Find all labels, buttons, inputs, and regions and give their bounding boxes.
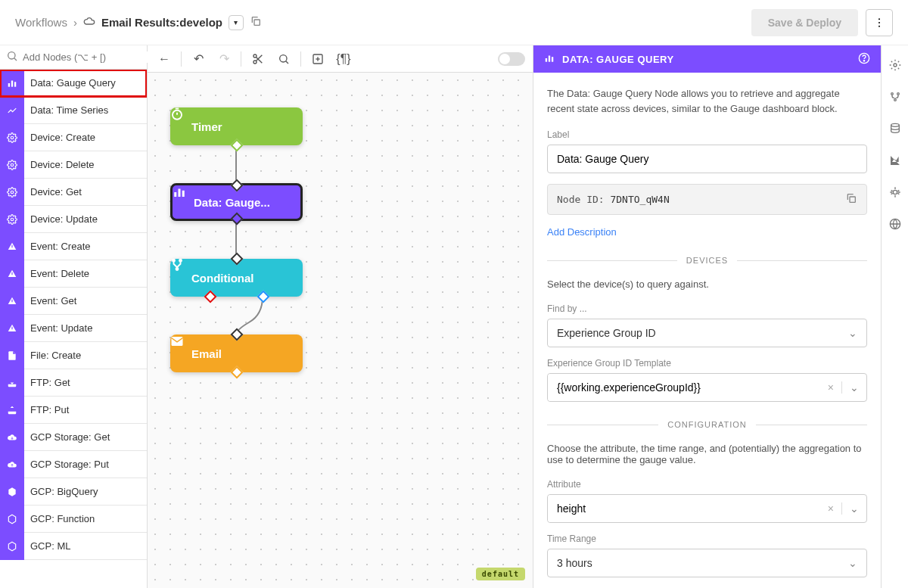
canvas-area: ← ↶ ↷: [148, 45, 533, 588]
node-timer[interactable]: Timer: [170, 107, 303, 145]
database-icon[interactable]: [889, 123, 901, 138]
node-list-item[interactable]: Device: Get: [0, 179, 147, 206]
node-email[interactable]: Email: [170, 334, 303, 372]
chevron-down-icon[interactable]: ⌄: [841, 381, 866, 394]
clear-icon[interactable]: ×: [820, 502, 841, 515]
hex-outline-icon: [0, 506, 24, 533]
panel-title: DATA: GAUGE QUERY: [562, 54, 674, 65]
area-chart-icon[interactable]: [889, 154, 901, 170]
add-node-button[interactable]: [309, 50, 327, 68]
output-port-true[interactable]: [257, 291, 269, 303]
more-menu-button[interactable]: [866, 9, 893, 36]
zoom-button[interactable]: [275, 50, 293, 68]
svg-point-39: [897, 93, 899, 95]
copy-node-id-button[interactable]: [845, 192, 857, 207]
node-list-item[interactable]: Event: Update: [0, 315, 147, 342]
cut-button[interactable]: [249, 50, 267, 68]
node-item-label: Event: Get: [24, 295, 76, 306]
gear-icon: [0, 151, 24, 179]
add-description-link[interactable]: Add Description: [547, 226, 617, 238]
svg-point-30: [176, 268, 179, 270]
attribute-input[interactable]: [548, 495, 820, 522]
node-item-label: GCP Storage: Put: [24, 459, 109, 470]
chevron-right-icon: ›: [73, 16, 77, 29]
bar-chart-icon: [0, 70, 24, 97]
node-item-label: GCP Storage: Get: [24, 431, 110, 443]
workflow-canvas[interactable]: Timer Data: Gauge... Conditional: [148, 73, 533, 588]
node-list-item[interactable]: Data: Time Series: [0, 97, 147, 124]
help-icon[interactable]: [858, 52, 870, 67]
node-list-item[interactable]: Event: Delete: [0, 260, 147, 288]
svg-point-35: [863, 60, 864, 61]
time-range-select[interactable]: 3 hours ⌄: [547, 549, 867, 577]
svg-line-5: [14, 58, 17, 61]
branch-dropdown[interactable]: ▾: [229, 15, 244, 30]
node-list-item[interactable]: Device: Create: [0, 124, 147, 151]
back-button[interactable]: ←: [155, 50, 173, 68]
search-input[interactable]: [23, 51, 150, 63]
svg-point-14: [253, 61, 257, 64]
panel-header: DATA: GAUGE QUERY: [533, 45, 881, 73]
svg-point-22: [173, 110, 182, 120]
node-list-item[interactable]: GCP: BigQuery: [0, 478, 147, 506]
code-button[interactable]: {¶}: [334, 50, 353, 68]
line-chart-icon: [0, 97, 24, 124]
node-label: Data: Gauge...: [194, 196, 270, 209]
node-list-item[interactable]: FTP: Get: [0, 369, 147, 397]
copy-icon[interactable]: [250, 15, 262, 30]
node-conditional[interactable]: Conditional: [170, 259, 303, 297]
redo-button[interactable]: ↷: [215, 50, 233, 68]
node-item-label: Device: Get: [24, 186, 82, 198]
input-port[interactable]: [230, 253, 243, 266]
svg-rect-25: [174, 192, 176, 197]
node-list-item[interactable]: GCP: Function: [0, 506, 147, 533]
node-list-item[interactable]: Device: Delete: [0, 151, 147, 179]
node-list-item[interactable]: File: Create: [0, 342, 147, 369]
svg-rect-31: [546, 58, 547, 62]
node-item-label: GCP: ML: [24, 540, 70, 552]
save-deploy-button[interactable]: Save & Deploy: [751, 9, 858, 36]
svg-rect-33: [552, 57, 553, 61]
node-item-label: FTP: Get: [24, 377, 70, 388]
node-list-item[interactable]: Event: Get: [0, 288, 147, 315]
cloud-down-icon: [0, 424, 24, 451]
label-input[interactable]: [547, 145, 867, 173]
node-list-item[interactable]: FTP: Put: [0, 397, 147, 424]
find-by-select[interactable]: Experience Group ID ⌄: [547, 319, 867, 347]
chevron-down-icon[interactable]: ⌄: [841, 502, 866, 515]
output-port[interactable]: [230, 213, 243, 226]
undo-button[interactable]: ↶: [189, 50, 207, 68]
group-id-input[interactable]: [548, 374, 820, 401]
triangle-icon: [0, 315, 24, 342]
node-list-item[interactable]: GCP Storage: Put: [0, 451, 147, 478]
gear-icon[interactable]: [889, 59, 901, 74]
input-port[interactable]: [230, 179, 243, 192]
output-port[interactable]: [230, 366, 243, 379]
node-list-item[interactable]: Device: Update: [0, 206, 147, 233]
input-port[interactable]: [230, 328, 243, 341]
breadcrumb-root[interactable]: Workflows: [15, 16, 67, 29]
toggle-switch[interactable]: [498, 52, 525, 66]
output-port-false[interactable]: [204, 291, 216, 303]
svg-point-29: [179, 260, 182, 262]
svg-point-9: [11, 136, 14, 139]
workflow-title: Email Results:develop: [101, 16, 222, 29]
node-list-item[interactable]: Event: Create: [0, 233, 147, 260]
svg-point-40: [894, 99, 896, 101]
node-list-item[interactable]: GCP Storage: Get: [0, 424, 147, 451]
panel-description: The Data: Gauge Query Node allows you to…: [547, 86, 867, 116]
node-item-label: Data: Time Series: [24, 104, 108, 116]
clear-icon[interactable]: ×: [820, 381, 841, 394]
node-list-item[interactable]: GCP: ML: [0, 533, 147, 560]
output-port[interactable]: [230, 139, 243, 152]
branch-icon[interactable]: [889, 91, 901, 106]
globe-icon[interactable]: [889, 218, 901, 233]
svg-point-41: [891, 123, 899, 126]
node-list-item[interactable]: Data: Gauge Query: [0, 70, 147, 97]
node-item-label: Device: Create: [24, 132, 95, 143]
bug-icon[interactable]: [889, 186, 901, 201]
svg-rect-7: [11, 80, 13, 86]
node-list: Data: Gauge QueryData: Time SeriesDevice…: [0, 70, 147, 588]
node-gauge[interactable]: Data: Gauge...: [170, 183, 303, 221]
group-id-input-wrap: × ⌄: [547, 373, 867, 402]
